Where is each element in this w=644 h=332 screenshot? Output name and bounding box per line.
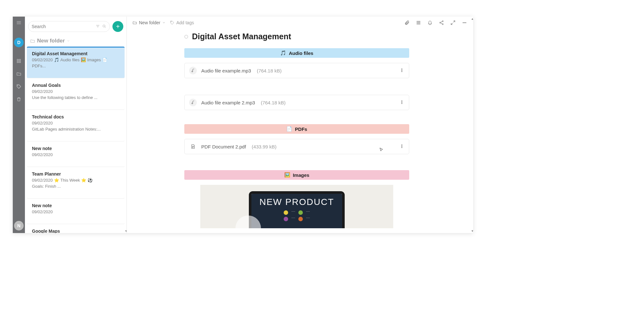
note-meta: 09/02/2020 GitLab Pages administration N… — [32, 121, 119, 132]
scroll-down-icon[interactable]: ▾ — [471, 229, 473, 233]
note-meta: 09/02/2020 🎵 Audio files 🖼️ Images 📄 PDF… — [32, 57, 119, 68]
svg-point-20 — [417, 24, 418, 24]
folder-outline-icon — [133, 20, 137, 25]
editor-toolbar: New folder Add tags — [127, 17, 473, 26]
note-item[interactable]: New note 09/02/2020 — [27, 141, 125, 167]
note-title: Annual Goals — [32, 83, 119, 88]
trash-icon[interactable] — [15, 96, 22, 103]
more-vertical-icon[interactable] — [399, 100, 404, 106]
section-label: Images — [293, 172, 310, 178]
section-label: PDFs — [295, 126, 307, 132]
note-title: Technical docs — [32, 114, 119, 119]
share-icon[interactable] — [439, 20, 444, 26]
search-box[interactable] — [28, 21, 110, 32]
note-title: Team Planner — [32, 171, 119, 177]
file-name: Audio file example.mp3 — [201, 68, 251, 73]
add-tags-button[interactable]: Add tags — [170, 20, 194, 25]
note-title: New note — [32, 146, 119, 151]
svg-point-13 — [171, 22, 171, 22]
app-window: D N + — [13, 17, 473, 233]
svg-point-19 — [419, 22, 420, 23]
file-size: (433.99 kB) — [252, 144, 277, 149]
folder-outline-icon — [30, 38, 35, 43]
attachment-icon[interactable] — [404, 20, 410, 26]
note-title: Digital Asset Management — [32, 51, 119, 56]
more-vertical-icon[interactable] — [399, 68, 404, 74]
toolbar-left: New folder Add tags — [133, 20, 194, 25]
grid-icon[interactable] — [15, 57, 22, 64]
file-size: (764.18 kB) — [261, 100, 286, 105]
note-title: New note — [32, 203, 119, 208]
expand-icon[interactable] — [450, 20, 456, 26]
note-item[interactable]: Technical docs 09/02/2020 GitLab Pages a… — [27, 110, 125, 141]
svg-rect-3 — [17, 59, 19, 61]
note-item[interactable]: Team Planner 09/02/2020 ⭐ This Week ⭐ ⚽ … — [27, 167, 125, 199]
scroll-up-icon[interactable]: ▴ — [471, 17, 473, 21]
file-card[interactable]: Audio file example.mp3 (764.18 kB) — [184, 63, 409, 78]
chevron-down-icon — [67, 39, 70, 42]
svg-point-37 — [192, 103, 193, 104]
search-input[interactable] — [32, 24, 94, 29]
folder-header[interactable]: New folder — [25, 35, 126, 47]
avatar-top[interactable]: D — [14, 38, 24, 47]
image-attachment[interactable]: ⋯ NEW PRODUCT —— —— —— —— — [200, 185, 393, 228]
svg-point-18 — [418, 22, 419, 23]
apps-icon[interactable] — [416, 20, 421, 26]
bell-icon[interactable] — [427, 20, 433, 26]
svg-point-30 — [463, 22, 464, 23]
note-item[interactable]: Google Maps 09/02/2020 — [27, 224, 125, 233]
tag-icon[interactable] — [15, 83, 22, 90]
music-note-icon: 🎵 — [280, 50, 286, 56]
filter-icon[interactable] — [96, 24, 100, 29]
avatar-bottom[interactable]: N — [14, 221, 24, 230]
svg-line-29 — [451, 23, 453, 25]
toolbar-right — [404, 20, 467, 26]
note-meta: 09/02/2020 — [32, 152, 119, 157]
new-note-button[interactable]: + — [112, 21, 123, 32]
note-meta: 09/02/2020 — [32, 209, 119, 214]
note-list[interactable]: Digital Asset Management 09/02/2020 🎵 Au… — [25, 47, 126, 233]
file-name: PDF Document 2.pdf — [201, 144, 246, 149]
svg-rect-6 — [19, 61, 20, 63]
svg-point-22 — [419, 24, 420, 24]
more-horizontal-icon[interactable] — [462, 20, 467, 26]
svg-point-16 — [419, 21, 420, 22]
note-meta: 09/02/2020 Use the following tables to d… — [32, 89, 119, 100]
hamburger-icon[interactable] — [15, 19, 22, 26]
svg-line-27 — [441, 23, 442, 24]
scroll-down-icon[interactable]: ▾ — [125, 229, 126, 233]
picture-icon: 🖼️ — [284, 172, 290, 178]
note-item[interactable]: Digital Asset Management 09/02/2020 🎵 Au… — [27, 47, 125, 78]
section-label: Audio files — [289, 50, 313, 56]
svg-rect-4 — [19, 59, 20, 61]
file-name: Audio file example 2.mp3 — [201, 100, 255, 105]
folder-icon[interactable] — [15, 70, 22, 77]
svg-point-34 — [402, 69, 402, 69]
file-card[interactable]: Audio file example 2.mp3 (764.18 kB) — [184, 95, 409, 110]
section-images: 🖼️ Images — [184, 170, 409, 180]
note-item[interactable]: New note 09/02/2020 — [27, 199, 125, 224]
svg-point-21 — [418, 24, 419, 24]
search-icon[interactable] — [102, 24, 106, 29]
audio-file-icon — [189, 99, 197, 106]
more-vertical-icon[interactable] — [399, 144, 404, 150]
scrollbar[interactable]: ▴ ▾ — [471, 17, 473, 233]
page-title: Digital Asset Management — [192, 32, 291, 41]
svg-point-39 — [402, 102, 402, 102]
svg-line-26 — [441, 21, 442, 22]
note-item[interactable]: Annual Goals 09/02/2020 Use the followin… — [27, 78, 125, 110]
image-headline: NEW PRODUCT — [259, 197, 334, 207]
side-rail: D N — [13, 17, 25, 233]
svg-line-12 — [105, 26, 106, 27]
list-header: + — [25, 17, 126, 35]
svg-point-33 — [192, 71, 193, 72]
doc-title-row: Digital Asset Management — [184, 32, 409, 41]
doc-status-dot[interactable] — [184, 35, 188, 39]
svg-point-31 — [464, 22, 465, 23]
svg-point-36 — [402, 71, 402, 72]
section-pdfs: 📄 PDFs — [184, 124, 409, 134]
file-card[interactable]: PDF Document 2.pdf (433.99 kB) — [184, 139, 409, 154]
breadcrumb[interactable]: New folder — [133, 20, 165, 25]
note-meta: 09/02/2020 ⭐ This Week ⭐ ⚽ Goals: Finish… — [32, 178, 119, 189]
svg-point-44 — [402, 145, 402, 145]
